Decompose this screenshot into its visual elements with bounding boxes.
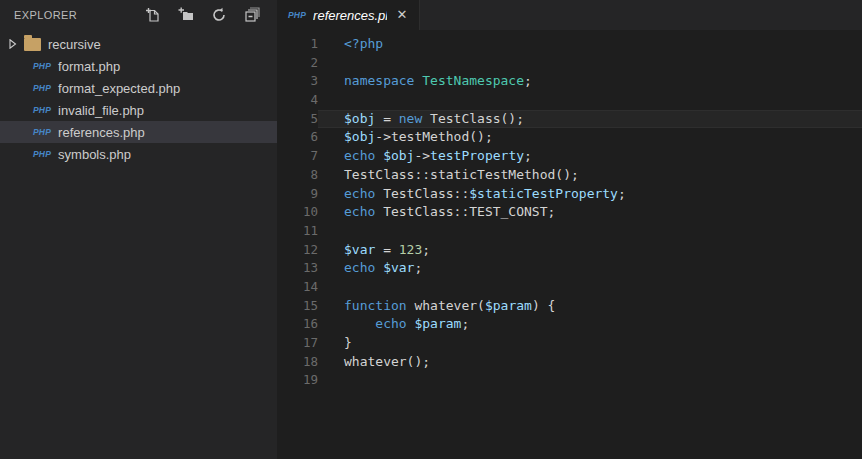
code-line-11[interactable]: 11 (277, 222, 862, 241)
code-text (318, 222, 862, 241)
php-icon: PHP (33, 127, 51, 137)
explorer-sidebar: EXPLORER (0, 0, 277, 459)
code-text: $obj = new TestClass(); (318, 110, 862, 129)
line-number: 1 (277, 35, 318, 54)
line-number: 10 (277, 203, 318, 222)
code-line-5[interactable]: 5$obj = new TestClass(); (277, 110, 862, 129)
line-number: 13 (277, 259, 318, 278)
line-number: 5 (277, 110, 318, 129)
php-icon: PHP (33, 149, 51, 159)
file-name: references.php (58, 125, 145, 140)
refresh-icon[interactable] (210, 6, 228, 24)
line-number: 7 (277, 147, 318, 166)
code-line-12[interactable]: 12$var = 123; (277, 241, 862, 260)
line-number: 9 (277, 185, 318, 204)
code-line-17[interactable]: 17} (277, 334, 862, 353)
code-text: <?php (318, 35, 862, 54)
explorer-header: EXPLORER (0, 0, 277, 30)
new-folder-icon[interactable] (177, 6, 195, 24)
php-icon: PHP (288, 10, 306, 20)
tab-references-php[interactable]: PHP references.php ✕ (277, 0, 419, 30)
code-line-19[interactable]: 19 (277, 371, 862, 390)
file-name: format.php (58, 59, 120, 74)
new-file-icon[interactable] (144, 6, 162, 24)
code-line-13[interactable]: 13echo $var; (277, 259, 862, 278)
code-text: echo TestClass::TEST_CONST; (318, 203, 862, 222)
code-text: $obj->testMethod(); (318, 128, 862, 147)
line-number: 15 (277, 297, 318, 316)
explorer-item-invalid-file-php[interactable]: PHPinvalid_file.php (0, 99, 277, 121)
explorer-item-recursive[interactable]: recursive (0, 33, 277, 55)
line-number: 4 (277, 91, 318, 110)
folder-name: recursive (48, 37, 101, 52)
code-text (318, 278, 862, 297)
line-number: 6 (277, 128, 318, 147)
code-line-10[interactable]: 10echo TestClass::TEST_CONST; (277, 203, 862, 222)
tab-bar-empty-space (419, 0, 862, 30)
code-line-2[interactable]: 2 (277, 54, 862, 73)
code-line-14[interactable]: 14 (277, 278, 862, 297)
code-text: function whatever($param) { (318, 297, 862, 316)
folder-icon (24, 38, 41, 51)
line-number: 2 (277, 54, 318, 73)
code-line-16[interactable]: 16 echo $param; (277, 315, 862, 334)
line-number: 14 (277, 278, 318, 297)
explorer-actions (144, 6, 261, 24)
code-line-7[interactable]: 7echo $obj->testProperty; (277, 147, 862, 166)
line-number: 11 (277, 222, 318, 241)
line-number: 18 (277, 353, 318, 372)
php-icon: PHP (33, 105, 51, 115)
file-name: symbols.php (58, 147, 131, 162)
code-line-4[interactable]: 4 (277, 91, 862, 110)
code-text: echo $obj->testProperty; (318, 147, 862, 166)
explorer-item-symbols-php[interactable]: PHPsymbols.php (0, 143, 277, 165)
code-text: echo $var; (318, 259, 862, 278)
code-text: namespace TestNamespace; (318, 72, 862, 91)
code-line-3[interactable]: 3namespace TestNamespace; (277, 72, 862, 91)
file-name: invalid_file.php (58, 103, 144, 118)
code-line-15[interactable]: 15function whatever($param) { (277, 297, 862, 316)
code-line-18[interactable]: 18whatever(); (277, 353, 862, 372)
explorer-title: EXPLORER (14, 9, 144, 21)
code-editor[interactable]: 1<?php23namespace TestNamespace;45$obj =… (277, 30, 862, 390)
code-text: echo TestClass::$staticTestProperty; (318, 185, 862, 204)
php-icon: PHP (33, 83, 51, 93)
code-text: whatever(); (318, 353, 862, 372)
code-text: $var = 123; (318, 241, 862, 260)
code-line-8[interactable]: 8TestClass::staticTestMethod(); (277, 166, 862, 185)
explorer-item-format-expected-php[interactable]: PHPformat_expected.php (0, 77, 277, 99)
explorer-item-references-php[interactable]: PHPreferences.php (0, 121, 277, 143)
code-text: echo $param; (318, 315, 862, 334)
code-text: } (318, 334, 862, 353)
editor-group: PHP references.php ✕ 1<?php23namespace T… (277, 0, 862, 459)
code-line-1[interactable]: 1<?php (277, 35, 862, 54)
explorer-item-format-php[interactable]: PHPformat.php (0, 55, 277, 77)
code-text: TestClass::staticTestMethod(); (318, 166, 862, 185)
line-number: 17 (277, 334, 318, 353)
code-text (318, 371, 862, 390)
line-number: 19 (277, 371, 318, 390)
file-tree: recursivePHPformat.phpPHPformat_expected… (0, 33, 277, 165)
tab-title: references.php (313, 8, 387, 23)
code-text (318, 54, 862, 73)
code-line-6[interactable]: 6$obj->testMethod(); (277, 128, 862, 147)
php-icon: PHP (33, 61, 51, 71)
line-number: 8 (277, 166, 318, 185)
chevron-right-icon (0, 37, 20, 51)
code-line-9[interactable]: 9echo TestClass::$staticTestProperty; (277, 185, 862, 204)
tab-bar: PHP references.php ✕ (277, 0, 862, 30)
line-number: 16 (277, 315, 318, 334)
line-number: 12 (277, 241, 318, 260)
close-icon[interactable]: ✕ (394, 7, 410, 23)
file-name: format_expected.php (58, 81, 180, 96)
line-number: 3 (277, 72, 318, 91)
code-text (318, 91, 862, 110)
collapse-all-icon[interactable] (243, 6, 261, 24)
